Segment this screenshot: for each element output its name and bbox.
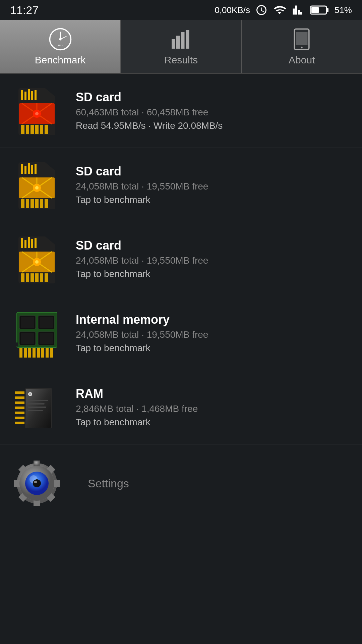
svg-rect-22 (45, 125, 48, 134)
tab-about-label: About (289, 54, 315, 66)
sd-card-3-subtitle: 24,058MB total · 19,550MB free (76, 255, 352, 266)
internal-memory-info: Internal memory 24,058MB total · 19,550M… (76, 313, 352, 354)
svg-rect-20 (35, 125, 39, 134)
svg-rect-48 (35, 164, 37, 174)
svg-point-35 (35, 112, 39, 115)
svg-rect-68 (31, 239, 33, 248)
svg-rect-38 (21, 199, 24, 208)
sd-card-1-info: SD card 60,463MB total · 60,458MB free R… (76, 90, 352, 131)
svg-point-127 (33, 479, 41, 487)
tab-benchmark[interactable]: •••• Benchmark (0, 20, 121, 73)
svg-rect-117 (54, 480, 60, 487)
svg-rect-87 (50, 348, 53, 358)
svg-point-77 (35, 260, 39, 264)
tab-benchmark-label: Benchmark (35, 54, 86, 66)
svg-rect-43 (45, 199, 48, 208)
svg-rect-18 (26, 125, 29, 134)
svg-line-6 (60, 37, 66, 39)
sd-card-1-item[interactable]: SD card 60,463MB total · 60,458MB free R… (0, 74, 362, 148)
svg-rect-81 (24, 348, 27, 358)
internal-memory-subtitle: 24,058MB total · 19,550MB free (76, 329, 352, 340)
status-time: 11:27 (10, 4, 39, 17)
internal-memory-icon (10, 306, 64, 360)
sd-card-3-action: Tap to benchmark (76, 269, 352, 279)
sd-card-1-action: Read 54.95MB/s · Write 20.08MB/s (76, 120, 352, 131)
svg-rect-41 (35, 199, 39, 208)
status-right: 0,00KB/s 51% (215, 4, 352, 16)
ram-item[interactable]: RAM 2,846MB total · 1,468MB free Tap to … (0, 370, 362, 444)
svg-rect-47 (31, 165, 33, 174)
sd-card-2-item[interactable]: SD card 24,058MB total · 19,550MB free T… (0, 148, 362, 222)
svg-rect-94 (21, 333, 34, 344)
tablet-icon (292, 28, 312, 51)
internal-memory-item[interactable]: Internal memory 24,058MB total · 19,550M… (0, 296, 362, 370)
network-speed: 0,00KB/s (215, 5, 250, 15)
svg-rect-110 (28, 407, 46, 408)
svg-rect-67 (28, 237, 30, 248)
content-list: SD card 60,463MB total · 60,458MB free R… (0, 74, 362, 522)
tab-results[interactable]: Results (121, 20, 241, 73)
ram-svg (15, 381, 59, 433)
svg-rect-61 (31, 273, 34, 282)
ram-title: RAM (76, 387, 352, 401)
internal-memory-title: Internal memory (76, 313, 352, 327)
svg-rect-59 (21, 273, 24, 282)
svg-rect-2 (311, 7, 319, 13)
svg-rect-23 (21, 90, 23, 100)
svg-rect-102 (15, 407, 24, 409)
svg-rect-19 (31, 125, 34, 134)
svg-rect-65 (21, 238, 23, 248)
sd-card-yellow2-svg (15, 233, 59, 285)
sd-card-red-svg (15, 85, 59, 137)
svg-rect-1 (326, 8, 328, 12)
svg-rect-83 (33, 348, 36, 358)
svg-rect-96 (16, 342, 18, 346)
ram-subtitle: 2,846MB total · 1,468MB free (76, 404, 352, 414)
memory-svg (13, 307, 60, 359)
wifi-icon (273, 4, 286, 16)
svg-point-14 (301, 47, 303, 48)
settings-item[interactable]: Settings (0, 444, 362, 522)
tab-results-label: Results (164, 54, 198, 66)
svg-rect-105 (15, 422, 24, 424)
speedometer-icon: •••• (49, 28, 72, 51)
svg-rect-111 (28, 410, 43, 411)
sd-card-3-info: SD card 24,058MB total · 19,550MB free T… (76, 238, 352, 279)
sd-card-2-title: SD card (76, 164, 352, 178)
svg-rect-63 (40, 273, 43, 282)
svg-rect-39 (26, 199, 29, 208)
svg-rect-84 (37, 348, 40, 358)
sd-card-3-item[interactable]: SD card 24,058MB total · 19,550MB free T… (0, 222, 362, 296)
svg-rect-17 (21, 125, 24, 134)
svg-rect-60 (26, 273, 29, 282)
ram-icon (10, 380, 64, 434)
sd-card-1-subtitle: 60,463MB total · 60,458MB free (76, 107, 352, 118)
sd-card-3-title: SD card (76, 238, 352, 253)
svg-rect-119 (34, 500, 40, 506)
svg-rect-80 (19, 348, 22, 358)
svg-rect-21 (40, 125, 43, 134)
sd-card-2-info: SD card 24,058MB total · 19,550MB free T… (76, 164, 352, 205)
svg-rect-42 (40, 199, 43, 208)
sd-card-1-icon (10, 84, 64, 138)
svg-rect-44 (21, 164, 23, 174)
settings-label: Settings (88, 477, 129, 490)
svg-rect-10 (181, 32, 185, 49)
svg-rect-46 (28, 163, 30, 174)
sd-card-2-action: Tap to benchmark (76, 195, 352, 205)
svg-rect-86 (46, 348, 49, 358)
svg-rect-24 (24, 92, 26, 100)
svg-text:••••: •••• (58, 43, 63, 47)
svg-rect-66 (24, 240, 26, 248)
svg-rect-62 (35, 273, 39, 282)
sd-card-yellow-svg (15, 159, 59, 211)
tab-about[interactable]: About (242, 20, 362, 73)
svg-rect-104 (15, 417, 24, 419)
svg-point-107 (29, 393, 31, 395)
svg-rect-103 (15, 412, 24, 414)
svg-rect-25 (28, 89, 30, 100)
alarm-icon (255, 4, 267, 16)
svg-rect-27 (35, 90, 37, 100)
ram-action: Tap to benchmark (76, 417, 352, 428)
svg-rect-9 (176, 36, 180, 49)
